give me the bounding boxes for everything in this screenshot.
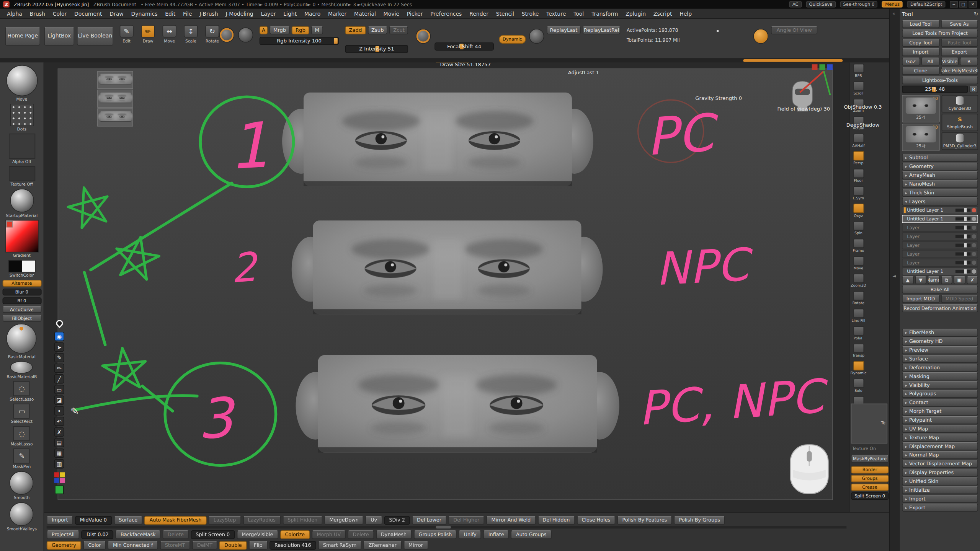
rightpanel-crease[interactable]: Crease <box>851 484 889 491</box>
tool-r[interactable]: R <box>960 57 978 65</box>
mdd-speed-button[interactable]: MDD Speed <box>941 295 978 303</box>
layer-tool--[interactable]: ✗ <box>967 276 978 284</box>
menu-preferences[interactable]: Preferences <box>427 10 465 17</box>
default-zscript-button[interactable]: DefaultZScript <box>907 1 946 7</box>
rightshelf-bpr[interactable]: BPR <box>850 64 867 82</box>
alpha-preview[interactable] <box>238 28 253 42</box>
section-surface[interactable]: ▸Surface <box>902 355 978 363</box>
undo-icon[interactable]: ↶ <box>54 417 64 426</box>
replay-icon[interactable] <box>529 29 544 44</box>
layer-eye-icon[interactable] <box>972 252 977 256</box>
leftbar-smooth[interactable]: Smooth <box>7 471 37 500</box>
menu-transform[interactable]: Transform <box>588 10 621 17</box>
window-button[interactable]: ✕ <box>969 1 977 7</box>
recent-tool-thumbnail[interactable]: 10 25각 <box>902 124 940 151</box>
section-contact[interactable]: ▸Contact <box>902 399 978 407</box>
leftbar-blur-0[interactable]: Blur 0 <box>2 289 41 295</box>
rgb-intensity-slider[interactable]: Rgb Intensity 100 <box>260 37 339 45</box>
leftbar-rf-0[interactable]: Rf 0 <box>2 297 41 304</box>
bottom-lazystep[interactable]: LazyStep <box>209 516 241 525</box>
import-mdd-button[interactable]: Import MDD <box>902 295 939 303</box>
layer-intensity-slider[interactable] <box>956 270 970 273</box>
see-through-slider[interactable]: See-through 0 <box>840 1 877 7</box>
bottom-projectall[interactable]: ProjectAll <box>47 530 80 539</box>
bottom-split-screen-0[interactable]: Split Screen 0 <box>191 530 235 539</box>
tool-make-polymesh3d[interactable]: Make PolyMesh3D <box>941 67 978 75</box>
rightshelf-polyf[interactable]: PolyF <box>850 326 867 344</box>
tool-thumb-simplebrush[interactable]: S SimpleBrush <box>942 114 978 131</box>
menu-dynamics[interactable]: Dynamics <box>128 10 160 17</box>
current-tool-thumbnail[interactable]: 10 25각 <box>902 95 940 122</box>
bottom-scroll-strip[interactable] <box>47 526 846 529</box>
line-icon[interactable]: ╱ <box>54 374 64 383</box>
menu-marker[interactable]: Marker <box>325 10 350 17</box>
tool-import[interactable]: Import <box>902 48 939 56</box>
layer-row[interactable]: Untitled Layer 1 <box>902 206 978 214</box>
replay-last-rel-button[interactable]: ReplayLastRel <box>583 26 621 34</box>
paint-rgb[interactable]: Rgb <box>292 26 309 34</box>
layer-eye-icon[interactable] <box>972 261 977 265</box>
refresh-icon[interactable]: ↻ <box>974 11 978 17</box>
menu-movie[interactable]: Movie <box>380 10 402 17</box>
tool-export[interactable]: Export <box>941 48 978 56</box>
tool-thumb-cylinder3d[interactable]: Cylinder3D <box>942 95 978 112</box>
bottom-midvalue-0[interactable]: MidValue 0 <box>75 516 112 525</box>
section-fibermesh[interactable]: ▸FiberMesh <box>902 329 978 337</box>
leftbar-gradient[interactable]: Gradient <box>5 220 39 258</box>
layer-tool--[interactable]: ▲ <box>902 276 913 284</box>
lightbox-button[interactable]: LightBox <box>44 27 74 46</box>
bottom-smart-resym[interactable]: Smart ReSym <box>318 541 362 549</box>
divider-handle-icon[interactable]: ◄ <box>892 274 896 279</box>
pin-icon[interactable] <box>54 318 64 328</box>
panel-divider[interactable]: « ◄ <box>889 9 899 551</box>
bake-all-button[interactable]: Bake All <box>902 285 978 293</box>
rightshelf-spin[interactable]: Spin <box>850 221 867 239</box>
leftbar-alternate[interactable]: Alternate <box>2 280 41 287</box>
section-morph-target[interactable]: ▸Morph Target <box>902 407 978 415</box>
bottom-polish-by-groups[interactable]: Polish By Groups <box>674 516 725 525</box>
layer-intensity-slider[interactable] <box>956 244 970 247</box>
layer-intensity-slider[interactable] <box>956 253 970 256</box>
tool-clone[interactable]: Clone <box>902 67 939 75</box>
window-button[interactable]: ─ <box>950 1 958 7</box>
leftbar-masklasso[interactable]: ◌ MaskLasso <box>7 426 37 447</box>
record-deformation-button[interactable]: Record Deformation Animation <box>902 304 978 312</box>
bottom-dynamesh[interactable]: DynaMesh <box>376 530 412 539</box>
screenshot-icon[interactable]: ▤ <box>54 438 64 447</box>
layer-row[interactable]: Untitled Layer 1 <box>902 215 978 223</box>
rightshelf-move[interactable]: Move <box>850 256 867 274</box>
tool-goz[interactable]: GoZ <box>902 57 920 65</box>
tool-load-tools-from-project[interactable]: Load Tools From Project <box>902 29 978 37</box>
draw-size-icon[interactable] <box>416 29 431 44</box>
layer-row[interactable]: Layer <box>902 259 978 267</box>
bottom-surface[interactable]: Surface <box>114 516 142 525</box>
bottom-import[interactable]: Import <box>47 516 73 525</box>
z-intensity-slider[interactable]: Z Intensity 51 <box>345 45 408 53</box>
menu-j-brush[interactable]: J-Brush <box>196 10 221 17</box>
mask-by-feature-button[interactable]: MaskByFeature <box>851 455 889 463</box>
mode-draw[interactable]: ✏ Draw <box>139 25 157 44</box>
rightshelf-l-sym[interactable]: L.Sym <box>850 186 867 204</box>
tool-slider[interactable]: 25각. 48 <box>902 86 968 93</box>
leftbar-dots[interactable]: Dots <box>5 104 39 132</box>
bottom-auto-mask-fibermesh[interactable]: Auto Mask FiberMesh <box>144 516 206 525</box>
window-button[interactable]: □ <box>959 1 967 7</box>
section-uv-map[interactable]: ▸UV Map <box>902 425 978 433</box>
menu-alpha[interactable]: Alpha <box>4 10 25 17</box>
leftbar-maskpen[interactable]: ✎ MaskPen <box>7 448 37 469</box>
rightshelf-aahalf[interactable]: AAHalf <box>850 134 867 151</box>
menu-zscript[interactable]: Zscript <box>650 10 675 17</box>
document-canvas[interactable]: 1 2 3 PC NPC PC, NPC ✏ <box>44 62 849 512</box>
leftbar-switchcolor[interactable]: SwitchColor <box>5 260 39 278</box>
menu-help[interactable]: Help <box>676 10 695 17</box>
tool-save-as[interactable]: Save As <box>941 20 978 28</box>
rightshelf-dynamic[interactable]: Dynamic <box>850 361 867 379</box>
bottom-del-hidden[interactable]: Del Hidden <box>537 516 575 525</box>
section-preview[interactable]: ▸Preview <box>902 346 978 354</box>
section-display-properties[interactable]: ▸Display Properties <box>902 468 978 476</box>
a-tag[interactable]: A <box>260 26 268 34</box>
rightshelf-zoom3d[interactable]: Zoom3D <box>850 274 867 291</box>
rightshelf-rotate[interactable]: Rotate <box>850 291 867 309</box>
leftbar-selectlasso[interactable]: ◌ SelectLasso <box>7 381 37 402</box>
dynamic-toggle[interactable]: Dynamic <box>499 35 526 44</box>
